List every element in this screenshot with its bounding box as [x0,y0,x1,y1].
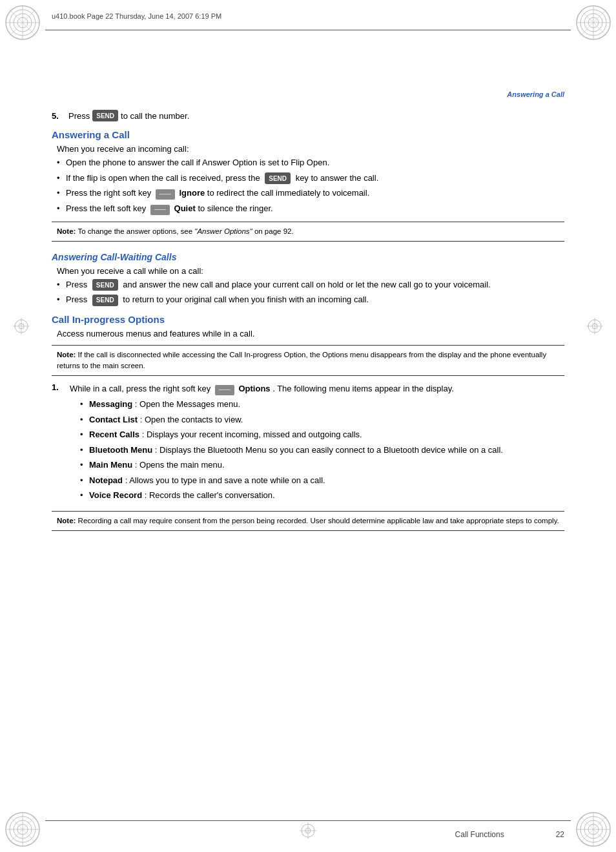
crosshair-right-mid [585,317,604,336]
corner-decoration-bl [3,810,42,849]
sub-bullet-messaging: Messaging : Open the Messages menu. [80,398,564,411]
footer-chapter: Call Functions [455,830,504,839]
corner-decoration-br [574,810,613,849]
step-5-number: 5. [52,111,65,121]
bullet-4-before: Press the left soft key [66,203,149,213]
bullet-3-after: to redirect the call immediately to voic… [207,188,369,198]
answering-cw-heading: Answering Call-Waiting Calls [52,252,564,262]
cw-bullet-2: Press SEND to return to your original ca… [57,293,564,306]
note-1-ref: "Answer Options" [194,227,252,235]
bullet-2-before: If the flip is open when the call is rec… [66,173,262,183]
sub-bullet-contactlist-bold: Contact List [89,415,138,424]
step-1-content: While in a call, press the right soft ke… [70,382,564,504]
send-button-cw1: SEND [92,279,118,291]
sub-bullet-notepad-bold: Notepad [89,475,123,485]
header-book-info: u410.book Page 22 Thursday, June 14, 200… [52,12,564,20]
answering-cw-intro: When you receive a call while on a call: [52,266,564,276]
bullet-3-bold: Ignore [179,188,205,198]
bullet-2: If the flip is open when the call is rec… [57,172,564,185]
note-box-1: Note: To change the answer options, see … [52,222,564,242]
answering-cw-bullets: Press SEND and answer the new call and p… [52,278,564,306]
note-2-text: If the call is disconnected while access… [57,351,546,369]
note-3-label: Note: [57,517,76,525]
step-1-sub-bullets: Messaging : Open the Messages menu. Cont… [70,398,564,502]
sub-bullet-mainmenu-bold: Main Menu [89,460,132,470]
sub-bullet-recentcalls-bold: Recent Calls [89,430,139,439]
bullet-4-bold: Quiet [174,203,196,213]
note-2-label: Note: [57,351,76,358]
answering-call-intro: When you receive an incoming call: [52,144,564,154]
sub-bullet-mainmenu-text: : Opens the main menu. [135,460,225,470]
call-inprogress-heading: Call In-progress Options [52,314,564,325]
crosshair-left-mid [12,317,31,336]
bullet-4: Press the left soft key —— Quiet to sile… [57,202,564,215]
bullet-3: Press the right soft key —— Ignore to re… [57,187,564,200]
sub-bullet-notepad: Notepad : Allows you to type in and save… [80,474,564,487]
bullet-1-text: Open the phone to answer the call if Ans… [66,158,329,167]
cw-bullet-1-before: Press [66,280,90,289]
sub-bullet-messaging-text: : Open the Messages menu. [135,399,240,409]
sub-bullet-bluetooth-text: : Displays the Bluetooth Menu so you can… [155,445,503,455]
sub-bullet-voicerecord: Voice Record : Records the caller's conv… [80,489,564,502]
bullet-4-after: to silence the ringer. [198,203,272,213]
note-1-label: Note: [57,227,76,235]
sub-bullet-recentcalls-text: : Displays your recent incoming, missed … [142,430,362,439]
bullet-2-after: key to answer the call. [296,173,379,183]
sub-bullet-contactlist: Contact List : Open the contacts to view… [80,413,564,426]
note-box-2: Note: If the call is disconnected while … [52,345,564,377]
sub-bullet-recentcalls: Recent Calls : Displays your recent inco… [80,428,564,441]
step-5-after: to call the number. [121,111,189,121]
cw-bullet-1-after: and answer the new call and place your c… [123,280,490,289]
step-1-number: 1. [52,382,70,504]
page-footer: Call Functions 22 [52,830,564,839]
step-1: 1. While in a call, press the right soft… [52,382,564,504]
page-header: u410.book Page 22 Thursday, June 14, 200… [0,0,616,32]
note-1-text: To change the answer options, see [77,227,192,235]
send-button-inline-step5: SEND [92,110,118,121]
step-1-bold: Options [238,384,270,393]
cw-bullet-1: Press SEND and answer the new call and p… [57,278,564,291]
footer-text: Call Functions 22 [455,830,564,839]
sub-bullet-bluetooth-bold: Bluetooth Menu [89,445,152,455]
header-rule [45,30,571,30]
footer-rule [45,820,571,821]
content-area: 5. Press SEND to call the number. Answer… [52,39,564,813]
sub-bullet-contactlist-text: : Open the contacts to view. [140,415,243,424]
sub-bullet-mainmenu: Main Menu : Opens the main menu. [80,459,564,472]
sub-bullet-voicerecord-bold: Voice Record [89,490,142,500]
answering-call-bullets: Open the phone to answer the call if Ans… [52,156,564,215]
sub-bullet-notepad-text: : Allows you to type in and save a note … [125,475,325,485]
softkey-quiet: —— [150,205,170,215]
answering-call-heading: Answering a Call [52,129,564,140]
step-5-before: Press [68,111,90,121]
step-5: 5. Press SEND to call the number. [52,110,564,121]
note-1-after: on page 92. [254,227,294,235]
sub-bullet-voicerecord-text: : Records the caller's conversation. [145,490,275,500]
send-button-bullet2: SEND [265,172,291,184]
call-inprogress-intro: Access numerous menus and features while… [52,329,564,338]
step-1-after: . The following menu items appear in the… [272,384,454,393]
footer-pagenum: 22 [556,830,564,839]
sub-bullet-messaging-bold: Messaging [89,399,132,409]
cw-bullet-2-before: Press [66,295,90,304]
sub-bullet-bluetooth: Bluetooth Menu : Displays the Bluetooth … [80,444,564,457]
send-button-cw2: SEND [92,295,118,306]
note-3-text: Recording a call may require consent fro… [78,517,559,525]
softkey-options: —— [215,385,234,395]
step-1-before: While in a call, press the right soft ke… [70,384,210,393]
softkey-ignore: —— [156,189,175,200]
note-box-3: Note: Recording a call may require conse… [52,511,564,531]
bullet-1: Open the phone to answer the call if Ans… [57,156,564,169]
bullet-3-before: Press the right soft key [66,188,154,198]
cw-bullet-2-after: to return to your original call when you… [123,295,369,304]
